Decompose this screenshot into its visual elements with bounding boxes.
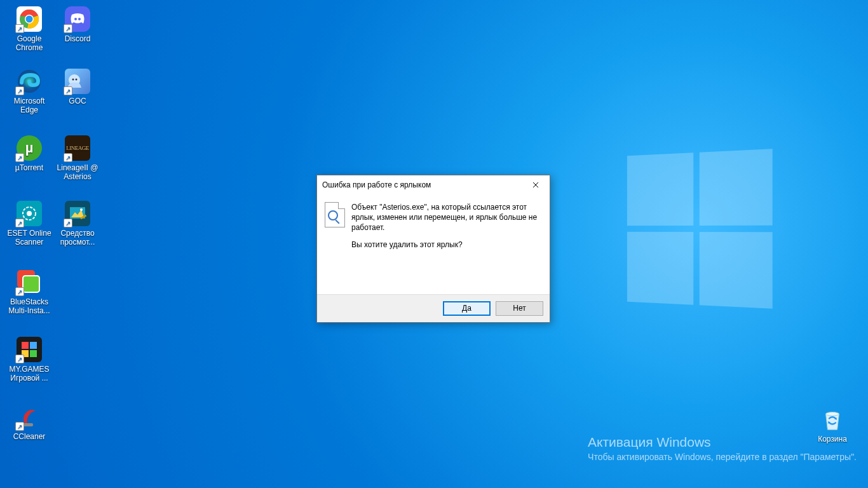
close-icon (532, 182, 539, 188)
chrome-icon: ↗ (17, 6, 42, 32)
icon-label: GOC (55, 97, 100, 105)
eset-icon: ↗ (17, 201, 42, 226)
svg-rect-11 (30, 350, 37, 357)
shortcut-arrow-icon: ↗ (64, 24, 72, 33)
desktop-icon-imageviewer[interactable]: ↗ Средство просмот... (55, 201, 100, 247)
svg-point-16 (72, 79, 74, 81)
dialog-titlebar[interactable]: Ошибка при работе с ярлыком (317, 175, 550, 194)
dialog-text-1: Объект "Asterios.exe", на который ссылае… (351, 202, 542, 233)
shortcut-arrow-icon: ↗ (15, 219, 24, 227)
discord-icon: ↗ (65, 6, 90, 32)
icon-label: µTorrent (6, 163, 52, 172)
shortcut-arrow-icon: ↗ (64, 219, 72, 227)
shortcut-arrow-icon: ↗ (64, 86, 72, 95)
goc-icon: ↗ (65, 69, 90, 94)
image-viewer-icon: ↗ (65, 201, 90, 226)
yes-button[interactable]: Да (443, 301, 491, 316)
svg-point-4 (26, 16, 33, 23)
desktop-icon-chrome[interactable]: ↗ Google Chrome (6, 6, 52, 52)
icon-label: Средство просмот... (55, 229, 100, 247)
desktop-icon-ccleaner[interactable]: ↗ CCleaner (6, 404, 52, 441)
svg-rect-9 (30, 342, 37, 349)
shortcut-arrow-icon: ↗ (15, 86, 24, 95)
shortcut-arrow-icon: ↗ (64, 153, 72, 162)
bluestacks-icon: ↗ (17, 269, 42, 295)
icon-label: CCleaner (6, 432, 52, 441)
dialog-title: Ошибка при работе с ярлыком (322, 180, 431, 189)
edge-icon: ↗ (17, 69, 42, 94)
icon-label: Google Chrome (6, 34, 52, 52)
mygames-icon: ↗ (17, 337, 42, 362)
desktop-icon-mygames[interactable]: ↗ MY.GAMES Игровой ... (6, 337, 52, 383)
dialog-text-2: Вы хотите удалить этот ярлык? (351, 240, 542, 250)
dialog-message: Объект "Asterios.exe", на который ссылае… (351, 202, 542, 256)
shortcut-arrow-icon: ↗ (15, 287, 24, 296)
svg-point-13 (74, 18, 77, 20)
desktop-icon-lineage[interactable]: LINEAGE ↗ LineageII @ Asterios (55, 135, 100, 181)
lineage-icon: LINEAGE ↗ (65, 135, 90, 161)
icon-label: Discord (55, 34, 100, 43)
desktop-icon-edge[interactable]: ↗ Microsoft Edge (6, 69, 52, 114)
ccleaner-icon: ↗ (17, 404, 42, 430)
icon-label: Microsoft Edge (6, 97, 52, 114)
shortcut-arrow-icon: ↗ (15, 153, 24, 162)
recycle-bin-icon (820, 407, 845, 432)
desktop-icon-recycle-bin[interactable]: Корзина (810, 407, 855, 444)
icon-label: ESET Online Scanner (6, 229, 52, 247)
close-button[interactable] (521, 176, 550, 194)
no-button[interactable]: Нет (496, 301, 543, 316)
icon-label: LineageII @ Asterios (55, 163, 100, 181)
shortcut-arrow-icon: ↗ (15, 355, 24, 363)
shortcut-arrow-icon: ↗ (15, 422, 24, 431)
desktop-icon-utorrent[interactable]: µ ↗ µTorrent (6, 135, 52, 172)
error-dialog: Ошибка при работе с ярлыком Объект "Aste… (316, 175, 550, 323)
svg-point-17 (76, 79, 78, 81)
dialog-document-search-icon (325, 202, 345, 227)
utorrent-icon: µ ↗ (17, 135, 42, 161)
icon-label: Корзина (810, 435, 855, 444)
svg-point-20 (80, 208, 83, 211)
svg-point-7 (27, 211, 32, 216)
shortcut-arrow-icon: ↗ (15, 24, 24, 33)
icon-label: MY.GAMES Игровой ... (6, 365, 52, 383)
svg-point-22 (826, 412, 839, 416)
svg-rect-8 (22, 342, 29, 349)
desktop-icon-eset[interactable]: ↗ ESET Online Scanner (6, 201, 52, 247)
svg-point-14 (78, 18, 81, 20)
desktop-icon-goc[interactable]: ↗ GOC (55, 69, 100, 105)
dialog-button-row: Да Нет (317, 294, 550, 322)
icon-label: BlueStacks Multi-Insta... (6, 297, 52, 315)
desktop-icon-bluestacks[interactable]: ↗ BlueStacks Multi-Insta... (6, 269, 52, 315)
desktop-icon-discord[interactable]: ↗ Discord (55, 6, 100, 43)
dialog-body: Объект "Asterios.exe", на который ссылае… (317, 194, 550, 256)
